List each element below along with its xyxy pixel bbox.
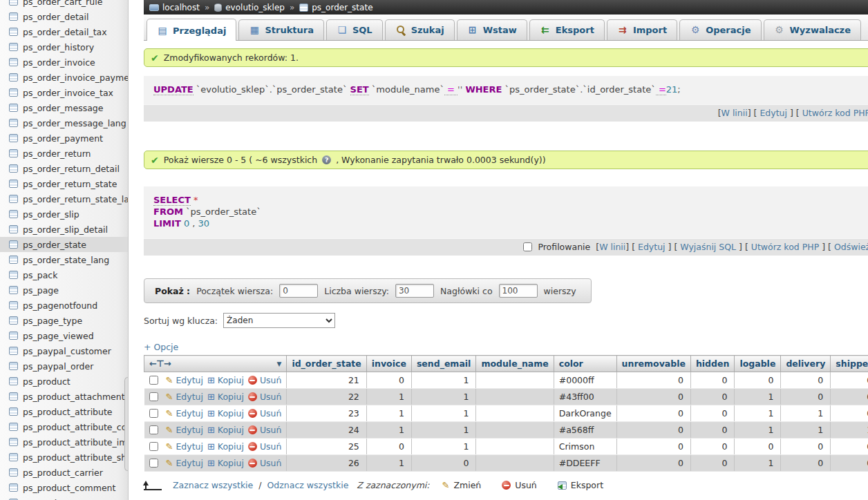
sidebar-item-ps_order_detail[interactable]: ps_order_detail xyxy=(0,9,128,24)
column-header-hidden[interactable]: hidden xyxy=(690,356,734,372)
sidebar-item-ps_product_attribute_image[interactable]: ps_product_attribute_image xyxy=(0,434,128,450)
cell-delivery[interactable]: 1 xyxy=(781,405,831,422)
cell-hidden[interactable]: 0 xyxy=(690,372,734,389)
cell-color[interactable]: #43ff00 xyxy=(554,389,616,405)
edit-row-link[interactable]: ✎Edytuj xyxy=(166,441,203,452)
cell-shipped[interactable]: 0 xyxy=(831,372,868,389)
column-header-actions[interactable]: ←⊤→▼ xyxy=(144,356,287,372)
sidebar-item-ps_order_cart_rule[interactable]: ps_order_cart_rule xyxy=(0,0,128,9)
breadcrumb-server-link[interactable]: localhost xyxy=(149,3,200,12)
column-header-send_email[interactable]: send_email xyxy=(411,356,476,372)
sidebar-item-ps_order_return_state[interactable]: ps_order_return_state xyxy=(0,176,128,191)
cell-unremovable[interactable]: 0 xyxy=(616,455,690,472)
export-selected-button[interactable]: Eksport xyxy=(558,480,603,490)
query-link-w-linii[interactable]: W linii xyxy=(721,108,748,118)
cell-id_order_state[interactable]: 22 xyxy=(287,389,366,405)
delete-row-link[interactable]: Usuń xyxy=(248,375,282,385)
sidebar-item-ps_product_carrier[interactable]: ps_product_carrier xyxy=(0,465,128,480)
column-header-module_name[interactable]: module_name xyxy=(476,356,554,372)
cell-module_name[interactable] xyxy=(476,405,554,422)
cell-delivery[interactable]: 0 xyxy=(781,439,831,455)
sidebar-item-ps_product_attribute_shop[interactable]: ps_product_attribute_shop xyxy=(0,450,128,465)
sidebar-item-ps_product_attribute_combination[interactable]: ps_product_attribute_combination xyxy=(0,419,128,434)
query-link-wyjaśnij-sql[interactable]: Wyjaśnij SQL xyxy=(680,242,736,252)
sidebar-item-ps_order_slip[interactable]: ps_order_slip xyxy=(0,206,128,222)
cell-module_name[interactable] xyxy=(476,389,554,405)
tab-sql[interactable]: SQL xyxy=(326,19,383,40)
sidebar-item-ps_order_state[interactable]: ps_order_state xyxy=(0,237,128,252)
deselect-all-link[interactable]: Odznacz wszystkie xyxy=(267,480,349,490)
row-count-input[interactable] xyxy=(395,284,434,298)
sidebar-item-ps_order_detail_tax[interactable]: ps_order_detail_tax xyxy=(0,24,128,39)
cell-unremovable[interactable]: 0 xyxy=(616,422,690,439)
cell-logable[interactable]: 1 xyxy=(735,405,781,422)
cell-id_order_state[interactable]: 23 xyxy=(287,405,366,422)
profiling-checkbox[interactable] xyxy=(523,242,532,251)
column-header-color[interactable]: color xyxy=(554,356,616,372)
cell-logable[interactable]: 0 xyxy=(735,439,781,455)
cell-color[interactable]: #a568ff xyxy=(554,422,616,439)
sidebar-item-ps_page[interactable]: ps_page xyxy=(0,282,128,298)
sidebar-item-ps_product[interactable]: ps_product xyxy=(0,374,128,389)
tab-wstaw[interactable]: Wstaw xyxy=(457,19,527,40)
tab-eksport[interactable]: Eksport xyxy=(529,19,605,40)
cell-hidden[interactable]: 0 xyxy=(690,439,734,455)
row-checkbox[interactable] xyxy=(149,442,158,451)
cell-hidden[interactable]: 0 xyxy=(690,455,734,472)
column-header-logable[interactable]: logable xyxy=(735,356,781,372)
sidebar-item-ps_pagenotfound[interactable]: ps_pagenotfound xyxy=(0,298,128,313)
column-header-delivery[interactable]: delivery xyxy=(781,356,831,372)
tab-operacje[interactable]: Operacje xyxy=(679,19,761,40)
sidebar-item-ps_order_invoice_payment[interactable]: ps_order_invoice_payment xyxy=(0,70,128,85)
cell-invoice[interactable]: 1 xyxy=(366,389,411,405)
sidebar-item-ps_order_invoice_tax[interactable]: ps_order_invoice_tax xyxy=(0,85,128,100)
cell-module_name[interactable] xyxy=(476,422,554,439)
query-link-odśwież[interactable]: Odśwież xyxy=(834,242,868,252)
cell-delivery[interactable]: 0 xyxy=(781,455,831,472)
row-checkbox[interactable] xyxy=(149,409,158,418)
options-toggle[interactable]: + Opcje xyxy=(144,342,178,352)
swap-columns-icon[interactable]: ←⊤→ xyxy=(149,358,171,369)
sidebar-scrollbar-thumb[interactable] xyxy=(124,377,129,471)
headers-every-input[interactable] xyxy=(499,284,538,298)
delete-selected-button[interactable]: Usuń xyxy=(502,480,537,490)
sidebar-item-ps_order_return[interactable]: ps_order_return xyxy=(0,146,128,161)
cell-logable[interactable]: 0 xyxy=(735,372,781,389)
sidebar-item-ps_product_attribute[interactable]: ps_product_attribute xyxy=(0,404,128,419)
tab-struktura[interactable]: Struktura xyxy=(238,19,324,40)
copy-row-link[interactable]: ⊞Kopiuj xyxy=(207,458,244,468)
query-link-w-linii[interactable]: W linii xyxy=(599,242,625,252)
cell-logable[interactable]: 1 xyxy=(735,389,781,405)
cell-color[interactable]: DarkOrange xyxy=(554,405,616,422)
cell-id_order_state[interactable]: 25 xyxy=(287,439,366,455)
tab-szukaj[interactable]: Szukaj xyxy=(385,19,455,40)
copy-row-link[interactable]: ⊞Kopiuj xyxy=(207,375,244,385)
cell-logable[interactable]: 1 xyxy=(735,455,781,472)
row-checkbox[interactable] xyxy=(149,459,158,468)
cell-invoice[interactable]: 1 xyxy=(366,422,411,439)
row-checkbox[interactable] xyxy=(149,425,158,434)
delete-row-link[interactable]: Usuń xyxy=(248,425,282,435)
cell-id_order_state[interactable]: 21 xyxy=(287,372,366,389)
copy-row-link[interactable]: ⊞Kopiuj xyxy=(207,408,244,419)
row-checkbox[interactable] xyxy=(149,392,158,401)
delete-row-link[interactable]: Usuń xyxy=(248,408,282,419)
cell-module_name[interactable] xyxy=(476,439,554,455)
row-checkbox[interactable] xyxy=(149,376,158,385)
copy-row-link[interactable]: ⊞Kopiuj xyxy=(207,441,244,452)
cell-invoice[interactable]: 0 xyxy=(366,372,411,389)
sidebar-item-ps_order_payment[interactable]: ps_order_payment xyxy=(0,131,128,146)
column-header-unremovable[interactable]: unremovable xyxy=(616,356,690,372)
cell-id_order_state[interactable]: 26 xyxy=(287,455,366,472)
edit-row-link[interactable]: ✎Edytuj xyxy=(166,408,203,419)
sidebar-item-ps_page_type[interactable]: ps_page_type xyxy=(0,313,128,328)
cell-send_email[interactable]: 1 xyxy=(411,422,476,439)
cell-unremovable[interactable]: 0 xyxy=(616,439,690,455)
tab-przeglądaj[interactable]: Przeglądaj xyxy=(147,19,236,41)
sidebar-item-ps_paypal_customer[interactable]: ps_paypal_customer xyxy=(0,343,128,358)
sidebar-item-ps_order_history[interactable]: ps_order_history xyxy=(0,39,128,55)
edit-row-link[interactable]: ✎Edytuj xyxy=(166,425,203,435)
query-link-edytuj[interactable]: Edytuj xyxy=(760,108,787,118)
cell-unremovable[interactable]: 0 xyxy=(616,389,690,405)
column-header-invoice[interactable]: invoice xyxy=(366,356,411,372)
